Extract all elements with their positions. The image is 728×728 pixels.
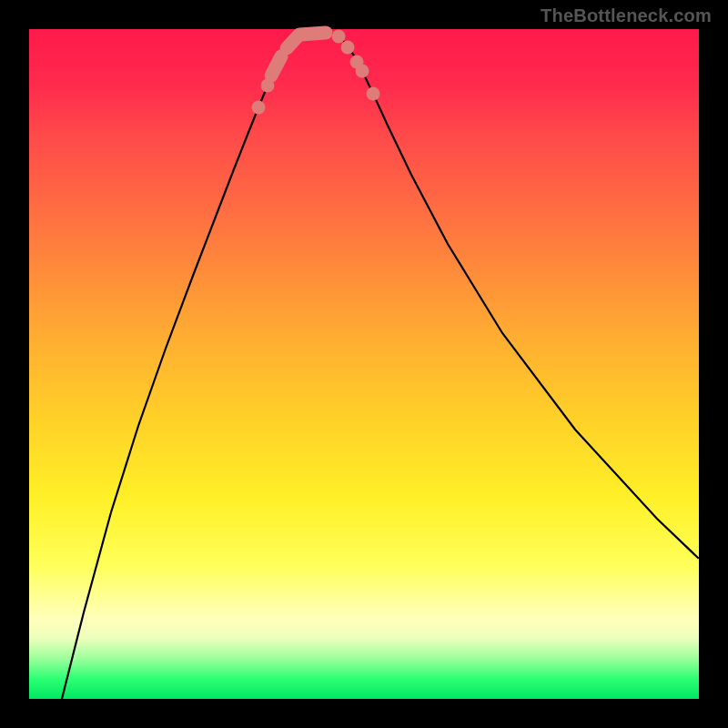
- attribution-text: TheBottleneck.com: [541, 5, 712, 26]
- data-marker: [252, 101, 266, 115]
- data-marker: [356, 65, 369, 78]
- curves-svg: [29, 29, 699, 699]
- data-marker: [367, 87, 380, 101]
- data-marker: [341, 41, 355, 55]
- right-curve: [328, 32, 698, 558]
- data-marker-pill: [271, 56, 281, 76]
- data-marker-pill: [299, 33, 326, 35]
- plot-area: [29, 29, 699, 699]
- data-marker: [332, 30, 346, 44]
- marker-group: [252, 30, 380, 115]
- chart-frame: TheBottleneck.com: [0, 0, 728, 728]
- left-curve: [62, 32, 314, 699]
